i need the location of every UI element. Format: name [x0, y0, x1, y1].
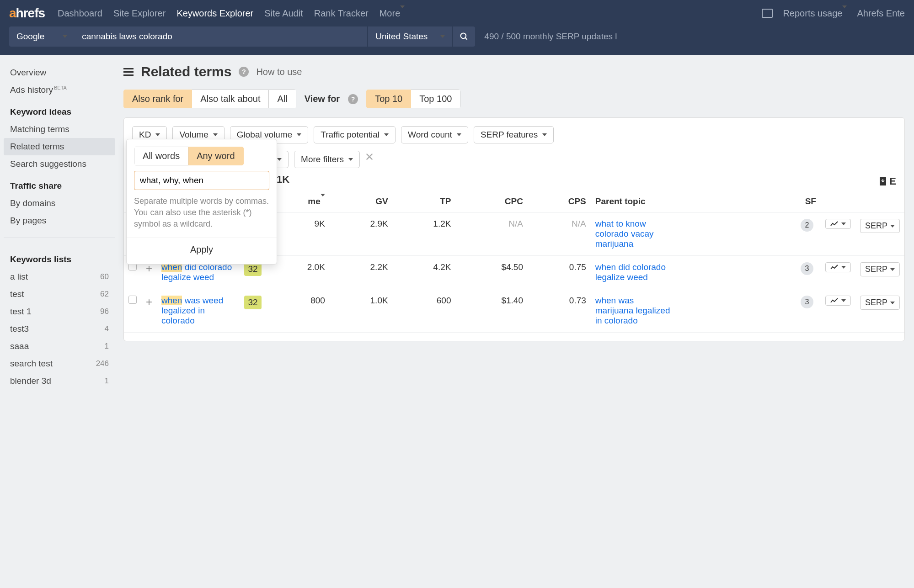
- tab-also-talk-about[interactable]: Also talk about: [192, 90, 269, 108]
- sidebar-heading: Keyword ideas: [4, 99, 115, 121]
- sidebar: OverviewAds historyBETAKeyword ideasMatc…: [0, 55, 119, 399]
- filter-serp-features[interactable]: SERP features: [474, 126, 554, 143]
- nav-site-explorer[interactable]: Site Explorer: [113, 8, 166, 19]
- hamburger-icon[interactable]: [123, 68, 134, 76]
- nav-keywords-explorer[interactable]: Keywords Explorer: [176, 8, 253, 19]
- svg-line-1: [465, 38, 467, 40]
- more-filters[interactable]: More filters: [294, 151, 360, 168]
- sidebar-item-matching-terms[interactable]: Matching terms: [4, 121, 115, 138]
- nav-site-audit[interactable]: Site Audit: [264, 8, 303, 19]
- sidebar-item-by-domains[interactable]: By domains: [4, 195, 115, 212]
- chart-button[interactable]: [825, 296, 851, 306]
- sidebar-item-ads-history[interactable]: Ads historyBETA: [4, 81, 115, 99]
- tab-top-100[interactable]: Top 100: [411, 90, 460, 108]
- clear-all-icon[interactable]: [365, 151, 374, 168]
- search-engine-select[interactable]: Google: [9, 26, 75, 47]
- serp-button[interactable]: SERP: [860, 262, 900, 276]
- country-select[interactable]: United States: [368, 26, 452, 47]
- sidebar-heading: Keywords lists: [4, 246, 115, 268]
- sidebar-item-blender-3d[interactable]: blender 3d1: [4, 372, 115, 390]
- sf-badge[interactable]: 2: [801, 219, 813, 232]
- view-for-label: View for: [305, 94, 340, 104]
- desktop-icon[interactable]: [762, 9, 773, 18]
- sidebar-item-test-1[interactable]: test 196: [4, 303, 115, 320]
- parent-topic-link[interactable]: what to know colorado vacay marijuana: [595, 219, 673, 249]
- chart-button[interactable]: [825, 219, 851, 229]
- search-button[interactable]: [453, 26, 475, 47]
- how-to-use[interactable]: How to use: [256, 67, 302, 77]
- logo-rest: hrefs: [16, 6, 45, 21]
- filter-traffic-potential[interactable]: Traffic potential: [314, 126, 396, 143]
- sidebar-item-saaa[interactable]: saaa1: [4, 338, 115, 355]
- sf-badge[interactable]: 3: [801, 262, 813, 275]
- sidebar-item-test[interactable]: test62: [4, 286, 115, 303]
- account-name[interactable]: Ahrefs Ente: [857, 8, 905, 19]
- volume-partial: 1K: [277, 174, 289, 185]
- include-filter-popup: All wordsAny word Separate multiple word…: [126, 139, 277, 265]
- logo[interactable]: ahrefs: [9, 6, 45, 21]
- tab-all[interactable]: All: [269, 90, 296, 108]
- tab-also-rank-for[interactable]: Also rank for: [123, 90, 192, 108]
- export-button[interactable]: E: [879, 175, 896, 187]
- chart-button[interactable]: [825, 262, 851, 272]
- top-nav: DashboardSite ExplorerKeywords ExplorerS…: [58, 8, 762, 19]
- serp-status: 490 / 500 monthly SERP updates l: [484, 32, 617, 42]
- row-checkbox[interactable]: [128, 296, 137, 304]
- sidebar-item-search-suggestions[interactable]: Search suggestions: [4, 155, 115, 173]
- kd-badge: 32: [244, 296, 262, 309]
- include-hint: Separate multiple words by commas. You c…: [134, 196, 269, 230]
- help-icon[interactable]: ?: [239, 67, 249, 77]
- tab-top-10[interactable]: Top 10: [366, 90, 411, 108]
- sidebar-item-overview[interactable]: Overview: [4, 64, 115, 81]
- include-words-input[interactable]: [134, 171, 269, 190]
- mode-any-word[interactable]: Any word: [188, 147, 243, 165]
- parent-topic-link[interactable]: when was marijuana legalized in colorado: [595, 296, 673, 326]
- parent-topic-link[interactable]: when did colorado legalize weed: [595, 262, 673, 282]
- serp-button[interactable]: SERP: [860, 219, 900, 233]
- nav-rank-tracker[interactable]: Rank Tracker: [314, 8, 369, 19]
- sidebar-heading: Traffic share: [4, 173, 115, 195]
- sidebar-item-search-test[interactable]: search test246: [4, 355, 115, 372]
- sidebar-item-test3[interactable]: test34: [4, 320, 115, 338]
- table-row: +when was weed legalized in colorado3280…: [124, 289, 904, 333]
- nav-more[interactable]: More: [379, 8, 405, 19]
- reports-usage[interactable]: Reports usage: [783, 8, 847, 19]
- sidebar-item-by-pages[interactable]: By pages: [4, 212, 115, 229]
- mode-all-words[interactable]: All words: [134, 147, 188, 165]
- svg-point-0: [461, 33, 466, 39]
- sf-badge[interactable]: 3: [801, 296, 813, 308]
- sidebar-item-related-terms[interactable]: Related terms: [4, 138, 115, 155]
- serp-button[interactable]: SERP: [860, 296, 900, 310]
- filter-word-count[interactable]: Word count: [401, 126, 468, 143]
- add-icon[interactable]: +: [146, 296, 152, 308]
- apply-button[interactable]: Apply: [127, 238, 277, 257]
- keyword-link[interactable]: when was weed legalized in colorado: [161, 296, 235, 326]
- sidebar-item-a-list[interactable]: a list60: [4, 268, 115, 286]
- logo-a: a: [9, 6, 16, 21]
- help-icon[interactable]: ?: [348, 94, 358, 104]
- page-title: Related terms: [141, 64, 231, 79]
- keyword-input[interactable]: [75, 26, 367, 47]
- nav-dashboard[interactable]: Dashboard: [58, 8, 102, 19]
- keyword-link[interactable]: when did colorado legalize weed: [161, 262, 235, 282]
